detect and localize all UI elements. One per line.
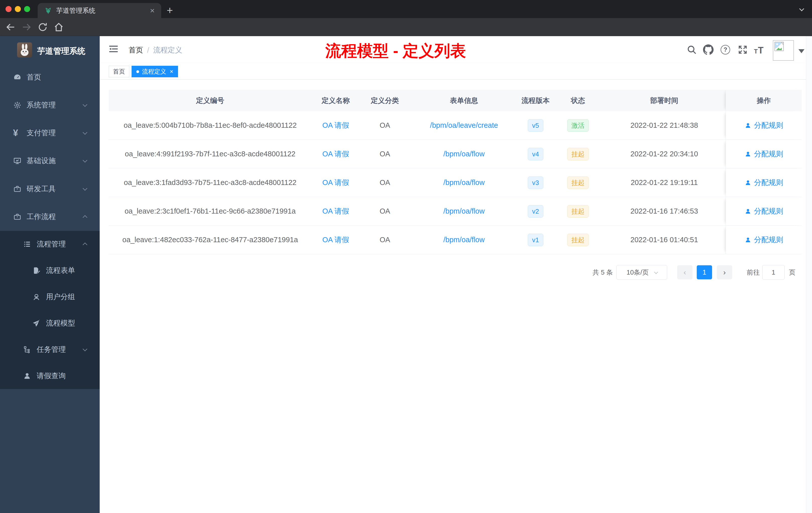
sidebar-collapse-icon[interactable] bbox=[109, 45, 118, 54]
deploy-time: 2022-01-22 19:19:11 bbox=[603, 169, 726, 197]
table-row: oa_leave:4:991f2193-7b7f-11ec-a3c8-acde4… bbox=[109, 140, 802, 169]
form-link[interactable]: /bpm/oa/flow bbox=[443, 236, 485, 244]
sidebar-item-workflow[interactable]: 工作流程 bbox=[0, 203, 100, 231]
goto-label: 前往 bbox=[747, 268, 760, 277]
dashboard-icon bbox=[13, 73, 22, 82]
back-button[interactable] bbox=[5, 22, 16, 33]
definition-category: OA bbox=[360, 225, 410, 254]
list-icon bbox=[23, 240, 31, 248]
yen-icon: ¥ bbox=[13, 128, 18, 138]
definition-name-link[interactable]: OA 请假 bbox=[322, 206, 349, 216]
form-link[interactable]: /bpm/oa/flow bbox=[443, 178, 485, 187]
table-row: oa_leave:2:3c1f0ef1-76b1-11ec-9c66-a2380… bbox=[109, 197, 802, 225]
tags-view-bar: 首页 流程定义 × bbox=[100, 63, 812, 80]
page-size-select[interactable]: 10条/页 bbox=[616, 265, 667, 280]
app-title: 芋道管理系统 bbox=[37, 46, 85, 57]
tree-icon bbox=[23, 345, 31, 354]
sidebar-item-pay[interactable]: ¥ 支付管理 bbox=[0, 119, 100, 147]
definition-id: oa_leave:2:3c1f0ef1-76b1-11ec-9c66-a2380… bbox=[109, 197, 312, 225]
font-size-icon[interactable]: TT bbox=[754, 45, 764, 56]
window-minimize-button[interactable] bbox=[15, 6, 21, 12]
definition-name-link[interactable]: OA 请假 bbox=[322, 120, 349, 130]
assign-rule-button[interactable]: 分配规则 bbox=[745, 120, 783, 130]
goto-page-input[interactable] bbox=[762, 265, 785, 280]
form-link[interactable]: /bpm/oa/flow bbox=[443, 207, 485, 215]
version-badge: v2 bbox=[528, 205, 543, 218]
favicon-plant-icon bbox=[44, 6, 52, 14]
sidebar-item-tool[interactable]: 研发工具 bbox=[0, 175, 100, 203]
annotation-title: 流程模型 - 定义列表 bbox=[325, 40, 466, 62]
app-logo-row[interactable]: 芋道管理系统 bbox=[0, 36, 100, 64]
reload-button[interactable] bbox=[37, 22, 48, 33]
column-header: 表单信息 bbox=[410, 90, 518, 111]
table-row: oa_leave:5:004b710b-7b8a-11ec-8ef0-acde4… bbox=[109, 111, 802, 140]
sidebar-item-user-group[interactable]: 用户分组 bbox=[0, 283, 100, 310]
sidebar-item-system[interactable]: 系统管理 bbox=[0, 91, 100, 119]
sidebar-item-home[interactable]: 首页 bbox=[0, 63, 100, 91]
window-close-button[interactable] bbox=[5, 6, 11, 12]
form-link[interactable]: /bpm/oa/flow bbox=[443, 150, 485, 158]
search-icon[interactable] bbox=[687, 44, 697, 55]
tab-search-chevron-icon[interactable] bbox=[799, 6, 804, 11]
github-icon[interactable] bbox=[703, 44, 714, 55]
user-icon bbox=[745, 179, 752, 186]
main-content: 定义编号 定义名称 定义分类 表单信息 流程版本 状态 部署时间 操作 oa_l… bbox=[100, 80, 812, 513]
prev-page-button[interactable]: ‹ bbox=[677, 265, 693, 279]
paper-plane-icon bbox=[32, 319, 41, 328]
chevron-down-icon bbox=[83, 130, 87, 134]
tab-close-icon[interactable]: × bbox=[150, 6, 155, 14]
definition-name-link[interactable]: OA 请假 bbox=[322, 178, 349, 188]
definition-category: OA bbox=[360, 140, 410, 168]
home-button[interactable] bbox=[53, 22, 64, 33]
column-header: 定义编号 bbox=[109, 90, 312, 111]
sidebar-item-process-model[interactable]: 流程模型 bbox=[0, 310, 100, 336]
assign-rule-button[interactable]: 分配规则 bbox=[745, 206, 783, 216]
sidebar-item-process-form[interactable]: 流程表单 bbox=[0, 257, 100, 283]
breadcrumb: 首页 / 流程定义 bbox=[128, 45, 182, 55]
sidebar-item-leave-query[interactable]: 请假查询 bbox=[0, 363, 100, 389]
fullscreen-icon[interactable] bbox=[737, 44, 748, 55]
forward-button[interactable] bbox=[21, 22, 32, 33]
user-avatar-broken-image[interactable] bbox=[773, 40, 794, 61]
assign-rule-button[interactable]: 分配规则 bbox=[745, 178, 783, 188]
definition-name-link[interactable]: OA 请假 bbox=[322, 235, 349, 245]
version-badge: v4 bbox=[528, 148, 543, 160]
window-zoom-button[interactable] bbox=[24, 6, 30, 12]
chevron-up-icon bbox=[83, 242, 87, 247]
briefcase-icon bbox=[13, 185, 22, 193]
definition-id: oa_leave:1:482ec033-762a-11ec-8477-a2380… bbox=[109, 225, 312, 254]
deploy-time: 2022-01-16 17:46:53 bbox=[603, 197, 726, 225]
assign-rule-button[interactable]: 分配规则 bbox=[745, 149, 783, 159]
version-badge: v1 bbox=[528, 234, 543, 246]
sidebar-item-process-manage[interactable]: 流程管理 bbox=[0, 231, 100, 257]
browser-scrollbar[interactable] bbox=[806, 36, 812, 513]
browser-tab-strip: 芋道管理系统 × + bbox=[0, 0, 812, 18]
tag-home[interactable]: 首页 bbox=[109, 66, 129, 77]
browser-toolbar: 不安全 dashboard.yudao.iocoder.cn/bpm/manag… bbox=[0, 18, 812, 36]
tag-close-icon[interactable]: × bbox=[170, 68, 173, 74]
browser-tab[interactable]: 芋道管理系统 × bbox=[38, 3, 161, 18]
user-group-icon bbox=[32, 293, 41, 301]
next-page-button[interactable]: › bbox=[717, 265, 732, 279]
sidebar-item-infra[interactable]: 基础设施 bbox=[0, 147, 100, 175]
status-badge: 挂起 bbox=[567, 205, 589, 218]
table-row: oa_leave:3:1fad3d93-7b75-11ec-a3c8-acde4… bbox=[109, 169, 802, 197]
help-icon[interactable]: ? bbox=[721, 45, 730, 55]
app-logo-avatar bbox=[17, 42, 32, 58]
avatar-dropdown-caret-icon[interactable] bbox=[799, 49, 805, 53]
user-icon bbox=[745, 236, 752, 243]
definition-name-link[interactable]: OA 请假 bbox=[322, 149, 349, 159]
breadcrumb-current: 流程定义 bbox=[153, 45, 182, 55]
current-page-button[interactable]: 1 bbox=[697, 265, 712, 279]
gear-icon bbox=[13, 101, 22, 110]
tag-current[interactable]: 流程定义 × bbox=[132, 66, 178, 77]
definition-id: oa_leave:4:991f2193-7b7f-11ec-a3c8-acde4… bbox=[109, 140, 312, 168]
assign-rule-button[interactable]: 分配规则 bbox=[745, 235, 783, 245]
sidebar-item-task-manage[interactable]: 任务管理 bbox=[0, 336, 100, 363]
deploy-time: 2022-01-22 20:34:10 bbox=[603, 140, 726, 168]
form-link[interactable]: /bpm/oa/leave/create bbox=[430, 121, 498, 129]
new-tab-button[interactable]: + bbox=[167, 4, 173, 17]
document-edit-icon bbox=[32, 266, 41, 275]
breadcrumb-home[interactable]: 首页 bbox=[128, 45, 143, 55]
user-icon bbox=[745, 208, 752, 215]
